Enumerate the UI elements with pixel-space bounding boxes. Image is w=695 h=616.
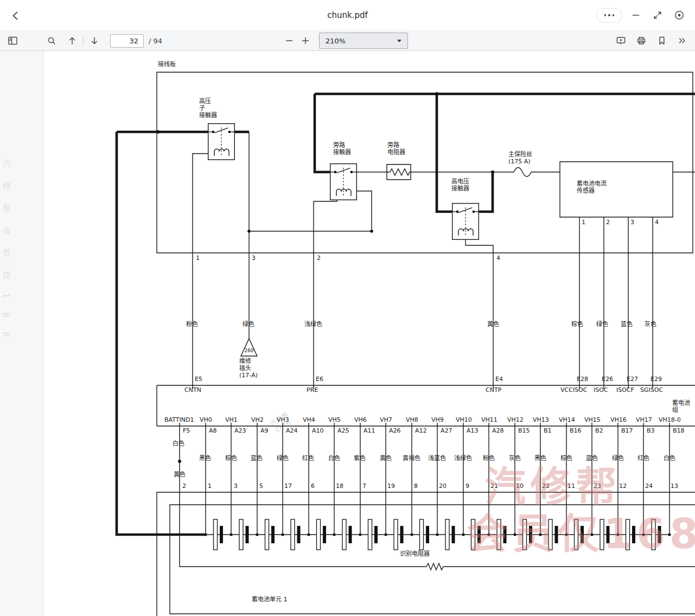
bypass-resistor-symbol	[387, 164, 411, 180]
high-voltage-contactor-symbol	[452, 204, 479, 240]
search-icon	[47, 36, 56, 46]
page-number-input[interactable]	[110, 34, 144, 48]
zoom-out-button[interactable]	[281, 33, 297, 49]
service-plug-connector-symbol	[241, 339, 257, 356]
battery-module-box	[157, 385, 695, 616]
arrow-up-icon	[67, 36, 77, 46]
divider	[83, 36, 84, 46]
precharge-contactor-symbol	[208, 124, 235, 160]
window-actions	[596, 7, 687, 23]
presentation-mode-button[interactable]	[613, 33, 629, 49]
power-wires	[117, 94, 695, 535]
more-options-button[interactable]	[596, 8, 622, 23]
bookmark-icon	[657, 36, 667, 46]
junction-block-box	[157, 72, 693, 253]
minimize-icon	[631, 10, 641, 20]
minus-icon	[285, 36, 294, 45]
titlebar: chunk.pdf	[0, 0, 695, 30]
toolbar-left-group: / 94	[4, 33, 162, 49]
presentation-icon	[616, 36, 626, 46]
wiring-diagram-svg	[0, 51, 695, 616]
junction-dots	[156, 92, 494, 463]
zoom-in-button[interactable]	[297, 33, 314, 49]
target-icon-button[interactable]	[671, 7, 687, 23]
circle-dot-icon	[674, 10, 685, 21]
battery-cells-and-taps	[204, 217, 671, 550]
bypass-contactor-symbol	[330, 164, 357, 200]
print-button[interactable]	[633, 33, 649, 49]
battery-current-sensor-box	[560, 162, 673, 217]
double-chevron-right-icon	[678, 36, 687, 46]
sidebar-panel-icon	[8, 36, 18, 46]
document-title: chunk.pdf	[0, 10, 695, 20]
next-page-button[interactable]	[86, 33, 103, 49]
toolbar-right-group	[613, 33, 691, 49]
zoom-level-select[interactable]: 210%	[319, 33, 408, 49]
previous-page-button[interactable]	[64, 33, 80, 49]
minimize-button[interactable]	[628, 7, 644, 23]
pdf-viewer[interactable]: 接线板高压 子 接触器旁路 接触器旁路 电阻器高电压 接触器主保险丝 (175 …	[0, 51, 695, 616]
ellipsis-icon	[604, 14, 607, 16]
expand-icon	[653, 10, 662, 20]
search-button[interactable]	[43, 33, 60, 49]
printer-icon	[636, 36, 646, 46]
pdf-toolbar: / 94 210%	[0, 30, 695, 51]
arrow-down-icon	[90, 36, 99, 46]
fullscreen-button[interactable]	[649, 7, 666, 23]
app-window: chunk.pdf	[0, 0, 695, 616]
page-total-label: / 94	[149, 37, 162, 45]
zoom-level-value: 210%	[326, 37, 346, 45]
more-tools-button[interactable]	[674, 33, 691, 49]
zoom-controls: 210%	[281, 33, 408, 49]
bookmark-button[interactable]	[654, 33, 670, 49]
sidebar-toggle-button[interactable]	[4, 33, 21, 49]
plus-icon	[301, 36, 310, 45]
main-fuse-symbol	[514, 168, 531, 177]
chevron-down-icon	[397, 40, 401, 42]
